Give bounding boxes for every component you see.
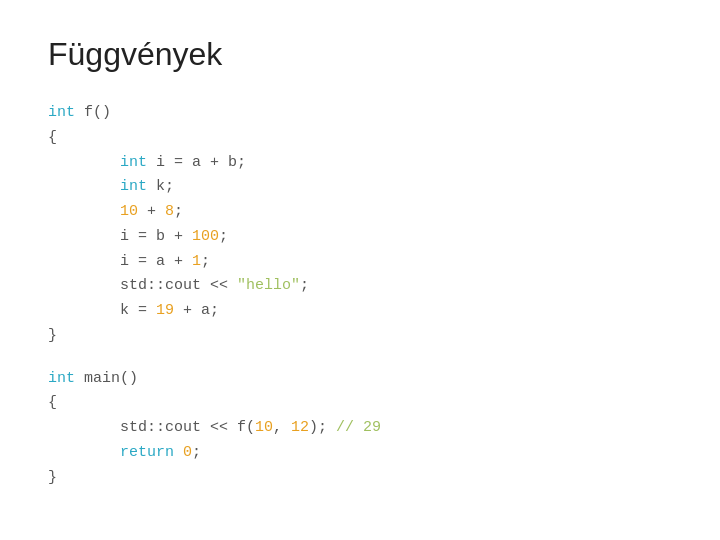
code-line-3: 10 + 8; <box>48 200 672 225</box>
spacer-1 <box>48 349 672 367</box>
func-main-open: { <box>48 391 672 416</box>
page-title: Függvények <box>48 36 672 73</box>
code-line-5: i = a + 1; <box>48 250 672 275</box>
code-line-4: i = b + 100; <box>48 225 672 250</box>
code-line-7: k = 19 + a; <box>48 299 672 324</box>
code-line-1: int i = a + b; <box>48 151 672 176</box>
func-f-close: } <box>48 324 672 349</box>
func-f-open: { <box>48 126 672 151</box>
func-main-signature: int main() <box>48 367 672 392</box>
func-f-signature: int f() <box>48 101 672 126</box>
page: Függvények int f() { int i = a + b; int … <box>0 0 720 526</box>
func-f-name: f() <box>75 104 111 121</box>
kw-int-f: int <box>48 104 75 121</box>
main-line-2: return 0; <box>48 441 672 466</box>
code-line-2: int k; <box>48 175 672 200</box>
code-line-6: std::cout << "hello"; <box>48 274 672 299</box>
code-block: int f() { int i = a + b; int k; 10 + 8; … <box>48 101 672 490</box>
main-line-1: std::cout << f(10, 12); // 29 <box>48 416 672 441</box>
func-main-name: main() <box>75 370 138 387</box>
func-main-close: } <box>48 466 672 491</box>
kw-int-main: int <box>48 370 75 387</box>
